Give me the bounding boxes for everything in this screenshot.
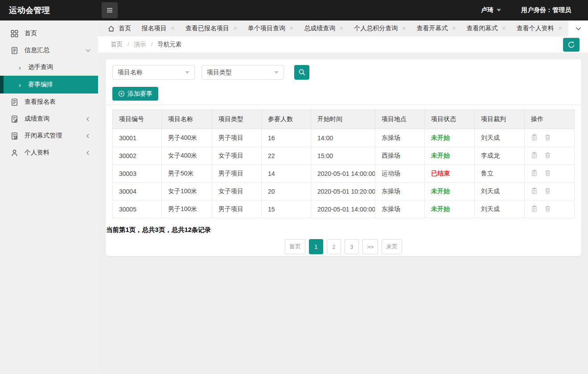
sidebar-item-icon xyxy=(11,115,18,123)
home-icon xyxy=(108,25,115,32)
cell-status: 未开始 xyxy=(425,183,475,200)
tab-close-icon[interactable]: × xyxy=(339,25,343,32)
table-row: 30005 男子100米 男子项目 15 2020-05-01 14:00:00… xyxy=(113,200,575,218)
sidebar-item[interactable]: 开闭幕式管理 xyxy=(0,127,98,144)
sidebar-toggle-button[interactable] xyxy=(102,2,118,18)
table-header-cell: 项目裁判 xyxy=(475,110,525,129)
breadcrumb-item[interactable]: 演示 xyxy=(134,41,158,49)
cell-location: 东操场 xyxy=(375,200,425,218)
caret-down-icon xyxy=(185,71,189,74)
pagination-button[interactable]: 1 xyxy=(309,239,323,254)
sidebar-item-icon xyxy=(11,132,18,140)
edit-icon[interactable] xyxy=(531,205,538,212)
tab-overflow-button[interactable] xyxy=(568,20,588,37)
search-button[interactable] xyxy=(294,65,309,80)
tab[interactable]: 查看个人资料 × xyxy=(513,24,566,33)
tab-label: 个人总积分查询 xyxy=(354,24,398,33)
tab-close-icon[interactable]: × xyxy=(502,25,506,32)
sidebar-item[interactable]: 个人资料 xyxy=(0,144,98,161)
cell-start-time: 15:00 xyxy=(311,147,375,165)
cell-project-type: 男子项目 xyxy=(212,129,262,147)
tab[interactable]: 报名项目 × xyxy=(138,24,178,33)
table-row: 30001 男子400米 男子项目 16 14:00 东操场 未开始 刘天成 xyxy=(113,129,575,147)
cell-location: 东操场 xyxy=(375,183,425,200)
breadcrumb-item[interactable]: 导航元素 xyxy=(158,41,182,49)
table-row: 30002 女子400米 女子项目 22 15:00 西操场 未开始 李成龙 xyxy=(113,147,575,165)
cell-project-id: 30005 xyxy=(113,200,162,218)
tab[interactable]: 单个项目查询 × xyxy=(244,24,297,33)
table-header-cell: 项目名称 xyxy=(162,110,212,129)
sidebar-item[interactable]: › 选手查询 xyxy=(0,59,98,76)
sidebar-item-label: 成绩查询 xyxy=(25,115,49,123)
delete-icon[interactable] xyxy=(544,170,551,176)
user-menu[interactable]: 卢琦 xyxy=(481,6,501,14)
tab[interactable]: 查看闭幕式 × xyxy=(463,24,510,33)
sidebar-item-label: 查看报名表 xyxy=(25,98,56,106)
tab-close-icon[interactable]: × xyxy=(171,25,175,32)
breadcrumb-item[interactable]: 首页 xyxy=(111,41,134,49)
edit-icon[interactable] xyxy=(531,187,538,194)
sidebar-item[interactable]: 信息汇总 xyxy=(0,42,98,59)
chevron-left-icon xyxy=(85,150,91,156)
pagination-button[interactable]: >> xyxy=(362,239,378,254)
tab-close-icon[interactable]: × xyxy=(289,25,293,32)
delete-icon[interactable] xyxy=(544,152,551,159)
sidebar-item-label: 首页 xyxy=(25,29,37,37)
chevron-down-icon xyxy=(575,25,582,32)
cell-operations xyxy=(525,147,575,165)
search-icon xyxy=(298,69,306,76)
sidebar-item[interactable]: 首页 xyxy=(0,25,98,42)
cell-status: 已结束 xyxy=(425,165,475,183)
tab[interactable]: 查看已报名项目 × xyxy=(182,24,241,33)
refresh-button[interactable] xyxy=(563,38,580,52)
cell-project-name: 女子400米 xyxy=(162,147,212,165)
tab[interactable]: 首页 xyxy=(104,24,135,33)
tab[interactable]: 个人总积分查询 × xyxy=(350,24,409,33)
delete-icon[interactable] xyxy=(544,205,551,212)
events-table: 项目编号项目名称项目类型参赛人数开始时间项目地点项目状态项目裁判操作 30001… xyxy=(112,110,575,218)
tab-label: 查看个人资料 xyxy=(517,24,554,33)
project-name-select[interactable]: 项目名称 xyxy=(112,65,195,80)
sidebar-item-icon xyxy=(11,30,18,37)
sidebar-item-label: 选手查询 xyxy=(28,63,53,71)
tab[interactable]: 查看开幕式 × xyxy=(413,24,459,33)
breadcrumb: 首页演示导航元素 xyxy=(111,41,182,49)
tab-close-icon[interactable]: × xyxy=(402,25,406,32)
pagination-button[interactable]: 末页 xyxy=(382,239,402,254)
cell-referee: 刘天成 xyxy=(475,129,525,147)
cell-project-id: 30003 xyxy=(113,165,162,183)
project-type-select[interactable]: 项目类型 xyxy=(201,65,284,80)
pagination-button[interactable]: 2 xyxy=(327,239,341,254)
tab-close-icon[interactable]: × xyxy=(233,25,237,32)
sidebar-item-icon xyxy=(11,47,18,54)
pagination-button[interactable]: 首页 xyxy=(285,239,305,254)
cell-project-type: 男子项目 xyxy=(212,165,262,183)
edit-icon[interactable] xyxy=(531,152,538,159)
plus-circle-icon xyxy=(118,90,125,97)
cell-referee: 鲁立 xyxy=(475,165,525,183)
cell-participant-count: 20 xyxy=(262,183,311,200)
sidebar-item-label: 赛事编排 xyxy=(28,81,53,89)
cell-start-time: 2020-05-01 14:00:00 xyxy=(311,165,375,183)
cell-operations xyxy=(525,165,575,183)
chevron-down-icon xyxy=(85,48,91,53)
cell-referee: 李成龙 xyxy=(475,147,525,165)
tab-close-icon[interactable]: × xyxy=(452,25,456,32)
table-header-cell: 项目地点 xyxy=(375,110,425,129)
delete-icon[interactable] xyxy=(544,187,551,194)
tab-close-icon[interactable]: × xyxy=(558,25,562,32)
tab-label: 总成绩查询 xyxy=(304,24,335,33)
cell-referee: 刘天成 xyxy=(475,183,525,200)
tab[interactable]: 总成绩查询 × xyxy=(300,24,347,33)
edit-icon[interactable] xyxy=(531,134,538,141)
pagination-summary: 当前第1页，总共3页，总共12条记录 xyxy=(106,226,575,234)
sidebar-item[interactable]: 成绩查询 xyxy=(0,110,98,127)
pagination-button[interactable]: 3 xyxy=(345,239,359,254)
delete-icon[interactable] xyxy=(544,134,551,141)
cell-status: 未开始 xyxy=(425,129,475,147)
sidebar-item[interactable]: › 赛事编排 xyxy=(0,76,98,94)
add-event-button[interactable]: 添加赛事 xyxy=(112,87,158,101)
sidebar: 首页 信息汇总 › 选手查询 › 赛事编排 xyxy=(0,20,98,374)
sidebar-item[interactable]: 查看报名表 xyxy=(0,94,98,110)
edit-icon[interactable] xyxy=(531,170,538,176)
